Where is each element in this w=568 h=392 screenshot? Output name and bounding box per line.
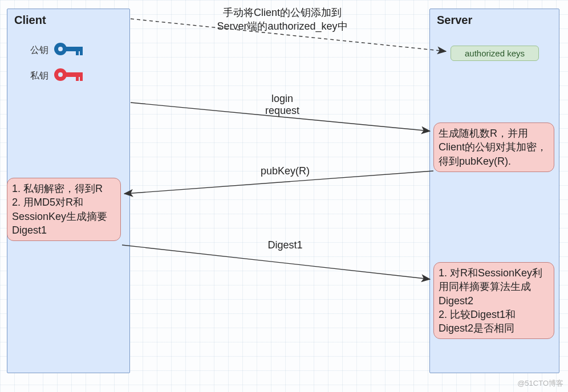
svg-rect-9 [80, 76, 83, 81]
client-step-box: 1. 私钥解密，得到R 2. 用MD5对R和SessionKey生成摘要Dige… [7, 178, 121, 241]
svg-rect-7 [66, 72, 83, 77]
server-step-box-1: 生成随机数R，并用Client的公钥对其加密，得到pubKey(R). [433, 122, 554, 172]
key-icon [53, 40, 85, 60]
svg-rect-3 [76, 51, 79, 55]
watermark: @51CTO博客 [517, 378, 563, 389]
manual-add-label: 手动将Client的公钥添加到 Server端的authorized_key中 [185, 6, 379, 33]
svg-point-1 [58, 47, 63, 51]
server-title: Server [437, 14, 472, 27]
key-icon [53, 66, 85, 85]
svg-rect-2 [66, 47, 83, 51]
digest-label: Digest1 [251, 239, 319, 251]
pubkey-label: pubKey(R) [240, 165, 331, 177]
private-key-label: 私钥 [30, 70, 53, 82]
client-title: Client [14, 14, 46, 27]
svg-rect-8 [76, 76, 79, 81]
private-key-row: 私钥 [30, 66, 85, 85]
svg-rect-4 [80, 51, 83, 55]
auth-keys-box: authorized keys [451, 46, 539, 61]
svg-point-6 [58, 72, 63, 77]
login-label: login request [245, 93, 319, 117]
public-key-label: 公钥 [30, 44, 53, 56]
public-key-row: 公钥 [30, 40, 85, 60]
server-step-box-2: 1. 对R和SessionKey利用同样摘要算法生成Digest2 2. 比较D… [433, 262, 554, 339]
